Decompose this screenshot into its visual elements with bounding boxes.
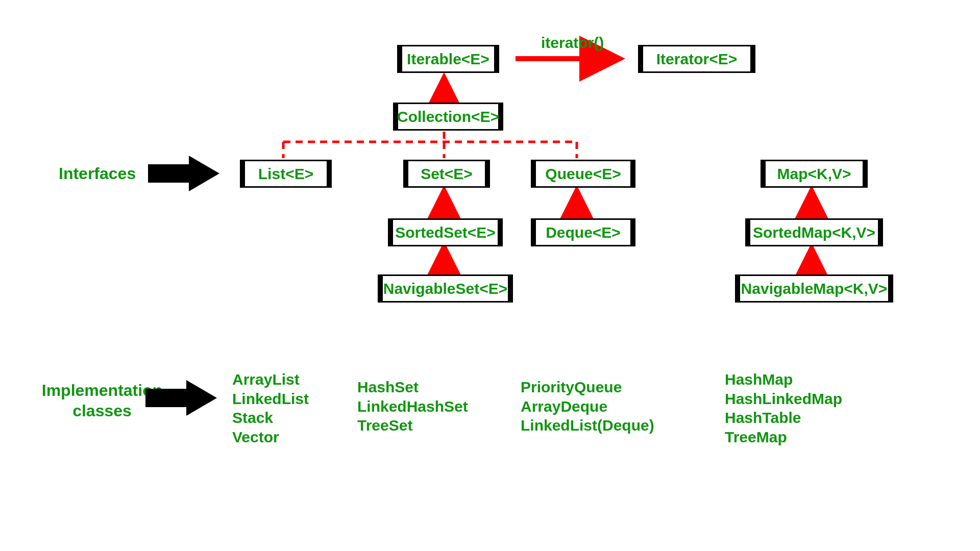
impl-queue: PriorityQueue ArrayDeque LinkedList(Dequ…	[521, 378, 654, 435]
label-interfaces: Interfaces	[59, 163, 136, 184]
node-map: Map<K,V>	[761, 160, 868, 188]
impl-queue-2: LinkedList(Deque)	[521, 416, 654, 435]
impl-set-2: TreeSet	[357, 416, 468, 435]
node-deque: Deque<E>	[531, 218, 635, 246]
impl-set: HashSet LinkedHashSet TreeSet	[357, 378, 468, 435]
impl-list-1: LinkedList	[232, 389, 309, 409]
svg-marker-0	[148, 156, 219, 191]
impl-map-2: HashTable	[725, 408, 842, 428]
impl-set-0: HashSet	[357, 378, 468, 397]
impl-queue-1: ArrayDeque	[521, 397, 654, 416]
node-navigablemap: NavigableMap<K,V>	[735, 274, 893, 303]
impl-list-3: Vector	[232, 428, 309, 447]
node-list: List<E>	[240, 160, 332, 188]
impl-set-1: LinkedHashSet	[357, 397, 468, 416]
impl-map: HashMap HashLinkedMap HashTable TreeMap	[725, 370, 842, 446]
impl-queue-0: PriorityQueue	[521, 378, 654, 397]
node-sortedmap: SortedMap<K,V>	[745, 218, 883, 246]
svg-marker-1	[145, 380, 217, 416]
impl-map-1: HashLinkedMap	[725, 389, 842, 409]
impl-list: ArrayList LinkedList Stack Vector	[232, 370, 309, 446]
node-collection: Collection<E>	[393, 103, 503, 131]
diagram-stage: iterator() Interfaces Iterable<E> Iterat…	[0, 0, 980, 551]
node-set: Set<E>	[403, 160, 490, 188]
node-navigableset: NavigableSet<E>	[378, 274, 513, 303]
impl-map-3: TreeMap	[725, 428, 842, 447]
big-arrow-implementations	[145, 378, 217, 418]
impl-list-0: ArrayList	[232, 370, 309, 389]
node-iterator: Iterator<E>	[638, 45, 755, 73]
label-iterator-method: iterator()	[541, 33, 604, 53]
impl-map-0: HashMap	[725, 370, 842, 389]
impl-list-2: Stack	[232, 408, 309, 428]
node-queue: Queue<E>	[531, 160, 635, 188]
node-iterable: Iterable<E>	[397, 45, 499, 73]
node-sortedset: SortedSet<E>	[388, 218, 503, 246]
big-arrow-interfaces	[148, 153, 219, 194]
